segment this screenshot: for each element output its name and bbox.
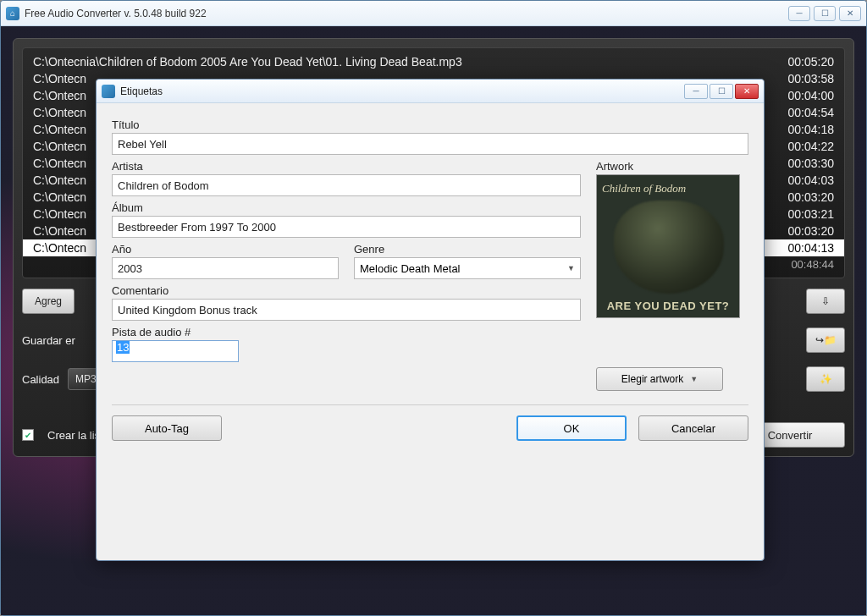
dialog-close-button[interactable]: ✕ xyxy=(735,84,759,99)
close-button[interactable]: ✕ xyxy=(839,6,861,21)
track-label: Pista de audio # xyxy=(112,326,581,338)
dialog-title: Etiquetas xyxy=(120,85,684,97)
genre-label: Genre xyxy=(354,243,581,256)
chevron-down-icon: ▼ xyxy=(567,264,575,272)
choose-artwork-button[interactable]: Elegir artwork ▼ xyxy=(596,367,723,391)
comment-label: Comentario xyxy=(112,284,581,297)
app-title: Free Audio Converter v. 5.0.48 build 922 xyxy=(25,8,788,19)
ok-button[interactable]: OK xyxy=(516,415,627,441)
cancel-button[interactable]: Cancelar xyxy=(638,415,748,441)
browse-folder-button[interactable]: ↪📁 xyxy=(806,327,845,353)
save-to-label: Guardar er xyxy=(22,334,75,347)
track-row[interactable]: C:\Ontecnia\Children of Bodom 2005 Are Y… xyxy=(23,53,844,70)
dialog-maximize-button[interactable]: ☐ xyxy=(710,84,733,99)
window-controls: ─ ☐ ✕ xyxy=(788,6,861,21)
minimize-button[interactable]: ─ xyxy=(788,6,810,21)
separator xyxy=(112,404,748,405)
dialog-window-controls: ─ ☐ ✕ xyxy=(684,84,759,99)
artwork-preview[interactable]: Children of Bodom ARE YOU DEAD YET? xyxy=(596,174,740,318)
main-titlebar[interactable]: ⌂ Free Audio Converter v. 5.0.48 build 9… xyxy=(1,1,866,26)
settings-wand-button[interactable]: ✨ xyxy=(806,366,845,392)
tags-dialog: Etiquetas ─ ☐ ✕ Título Artista Álbum Año xyxy=(96,79,765,561)
artwork-image xyxy=(614,201,724,294)
dialog-button-row: Auto-Tag OK Cancelar xyxy=(112,415,748,441)
artwork-caption: ARE YOU DEAD YET? xyxy=(597,300,739,312)
album-input[interactable] xyxy=(112,216,581,238)
app-icon: ⌂ xyxy=(6,7,19,20)
artist-input[interactable] xyxy=(112,174,581,196)
track-number-input[interactable]: 13 xyxy=(112,340,239,362)
genre-value: Melodic Death Metal xyxy=(360,262,461,275)
auto-tag-button[interactable]: Auto-Tag xyxy=(112,415,222,441)
artwork-band-text: Children of Bodom xyxy=(602,182,686,195)
quality-label: Calidad xyxy=(22,373,59,386)
comment-input[interactable] xyxy=(112,299,581,321)
move-down-button[interactable]: ⇩ xyxy=(806,289,845,314)
dialog-body: Título Artista Álbum Año Genre Melodic D xyxy=(97,103,764,451)
title-input[interactable] xyxy=(112,133,748,155)
genre-select[interactable]: Melodic Death Metal ▼ xyxy=(354,257,581,279)
year-input[interactable] xyxy=(112,257,339,279)
dialog-minimize-button[interactable]: ─ xyxy=(684,84,708,99)
dialog-icon xyxy=(102,85,115,98)
chevron-down-icon: ▼ xyxy=(690,375,698,383)
maximize-button[interactable]: ☐ xyxy=(814,6,836,21)
artist-label: Artista xyxy=(112,160,581,173)
dialog-titlebar[interactable]: Etiquetas ─ ☐ ✕ xyxy=(97,80,764,103)
add-files-button[interactable]: Agreg xyxy=(22,289,75,314)
title-label: Título xyxy=(112,118,748,131)
year-label: Año xyxy=(112,243,339,256)
album-label: Álbum xyxy=(112,201,581,214)
playlist-checkbox[interactable]: ✔ xyxy=(22,429,34,441)
artwork-label: Artwork xyxy=(596,160,748,173)
